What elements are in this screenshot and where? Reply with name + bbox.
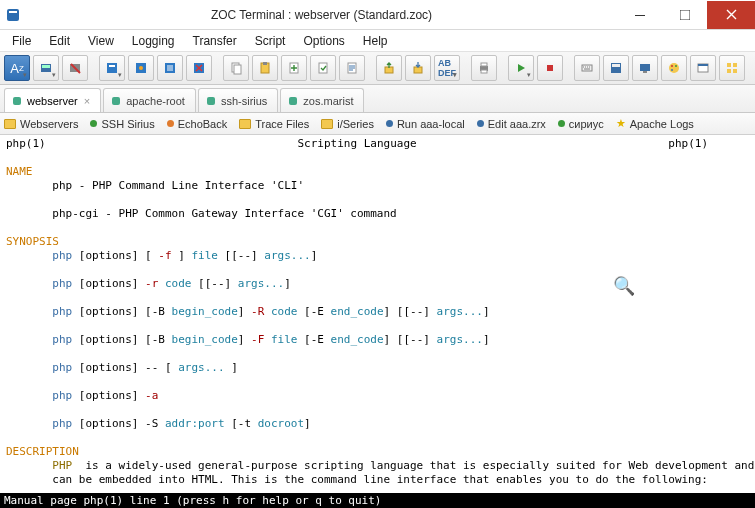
svg-rect-23 — [481, 63, 487, 66]
window-title: ZOC Terminal : webserver (Standard.zoc) — [26, 8, 617, 22]
star-icon: ★ — [616, 117, 626, 130]
svg-rect-1 — [9, 11, 17, 13]
svg-rect-2 — [635, 15, 645, 16]
tab-label: apache-root — [126, 95, 185, 107]
disconnect-icon[interactable] — [62, 55, 88, 81]
svg-rect-18 — [319, 63, 327, 73]
profile-icon[interactable] — [99, 55, 125, 81]
title-bar: ZOC Terminal : webserver (Standard.zoc) — [0, 0, 755, 30]
bookmark-apache-logs[interactable]: ★Apache Logs — [616, 117, 694, 130]
app-icon — [0, 0, 26, 30]
sort-icon[interactable]: AZ — [4, 55, 30, 81]
bookmark-bar: Webservers SSH Sirius EchoBack Trace Fil… — [0, 113, 755, 135]
dot-icon — [90, 120, 97, 127]
menu-bar: File Edit View Logging Transfer Script O… — [0, 30, 755, 51]
tab-webserver[interactable]: webserver × — [4, 88, 101, 112]
menu-logging[interactable]: Logging — [124, 32, 183, 50]
svg-point-34 — [671, 69, 673, 71]
log-file-icon[interactable] — [339, 55, 365, 81]
open-file-icon[interactable] — [310, 55, 336, 81]
new-file-icon[interactable] — [281, 55, 307, 81]
settings-icon[interactable] — [128, 55, 154, 81]
tab-label: ssh-sirius — [221, 95, 267, 107]
clear-icon[interactable] — [186, 55, 212, 81]
svg-rect-28 — [612, 64, 620, 67]
minimize-button[interactable] — [617, 1, 662, 29]
bookmark-webservers[interactable]: Webservers — [4, 118, 78, 130]
svg-rect-25 — [547, 65, 553, 71]
tab-ssh-sirius[interactable]: ssh-sirius — [198, 88, 278, 112]
run-script-icon[interactable] — [508, 55, 534, 81]
dot-icon — [558, 120, 565, 127]
bookmark-echoback[interactable]: EchoBack — [167, 118, 228, 130]
close-icon[interactable]: × — [84, 95, 90, 107]
folder-icon — [4, 119, 16, 129]
menu-script[interactable]: Script — [247, 32, 294, 50]
close-button[interactable] — [707, 1, 755, 29]
menu-options[interactable]: Options — [295, 32, 352, 50]
bookmark-edit-aaa-zrx[interactable]: Edit aaa.zrx — [477, 118, 546, 130]
svg-rect-37 — [727, 63, 731, 67]
bookmark-ssh-sirius[interactable]: SSH Sirius — [90, 118, 154, 130]
transfer-type-icon[interactable]: ABDEF — [434, 55, 460, 81]
svg-point-32 — [671, 65, 673, 67]
bookmark-trace-files[interactable]: Trace Files — [239, 118, 309, 130]
svg-rect-3 — [680, 10, 690, 20]
print-icon[interactable] — [471, 55, 497, 81]
menu-help[interactable]: Help — [355, 32, 396, 50]
dot-icon — [477, 120, 484, 127]
dot-icon — [386, 120, 393, 127]
display-icon[interactable] — [632, 55, 658, 81]
terminal-content: php(1) Scripting Language php(1) NAME ph… — [0, 135, 755, 508]
palette-icon[interactable] — [661, 55, 687, 81]
svg-rect-24 — [481, 70, 487, 73]
bookmark-run-aaa-local[interactable]: Run aaa-local — [386, 118, 465, 130]
svg-rect-40 — [733, 69, 737, 73]
tab-bar: webserver × apache-root ssh-sirius zos.m… — [0, 85, 755, 113]
svg-rect-5 — [42, 65, 50, 68]
terminal-pane[interactable]: php(1) Scripting Language php(1) NAME ph… — [0, 135, 755, 508]
svg-point-31 — [669, 63, 679, 73]
upload-icon[interactable] — [376, 55, 402, 81]
tab-zos-marist[interactable]: zos.marist — [280, 88, 364, 112]
tab-label: webserver — [27, 95, 78, 107]
folder-icon — [321, 119, 333, 129]
tab-label: zos.marist — [303, 95, 353, 107]
svg-rect-30 — [643, 71, 647, 73]
options-icon[interactable] — [157, 55, 183, 81]
maximize-button[interactable] — [662, 1, 707, 29]
svg-rect-26 — [582, 65, 592, 71]
toolbar: AZ ABDEF — [0, 51, 755, 85]
keyboard-icon[interactable] — [574, 55, 600, 81]
prefs-icon[interactable] — [603, 55, 629, 81]
man-status-line: Manual page php(1) line 1 (press h for h… — [0, 493, 755, 508]
tab-status-icon — [112, 97, 120, 105]
svg-point-10 — [139, 66, 143, 70]
connection-icon[interactable] — [33, 55, 59, 81]
menu-view[interactable]: View — [80, 32, 122, 50]
svg-point-33 — [675, 65, 677, 67]
window-icon[interactable] — [690, 55, 716, 81]
svg-rect-7 — [107, 63, 117, 73]
paste-icon[interactable] — [252, 55, 278, 81]
menu-transfer[interactable]: Transfer — [185, 32, 245, 50]
svg-rect-8 — [109, 65, 115, 67]
menu-file[interactable]: File — [4, 32, 39, 50]
copy-icon[interactable] — [223, 55, 249, 81]
layout-icon[interactable] — [719, 55, 745, 81]
svg-rect-39 — [727, 69, 731, 73]
tab-apache-root[interactable]: apache-root — [103, 88, 196, 112]
svg-rect-16 — [263, 62, 267, 65]
dot-icon — [167, 120, 174, 127]
folder-icon — [239, 119, 251, 129]
download-icon[interactable] — [405, 55, 431, 81]
svg-rect-29 — [640, 64, 650, 71]
tab-status-icon — [13, 97, 21, 105]
bookmark-sirius-ru[interactable]: сириус — [558, 118, 604, 130]
svg-rect-0 — [7, 9, 19, 21]
tab-status-icon — [207, 97, 215, 105]
svg-rect-14 — [234, 65, 241, 74]
menu-edit[interactable]: Edit — [41, 32, 78, 50]
bookmark-iseries[interactable]: i/Series — [321, 118, 374, 130]
stop-script-icon[interactable] — [537, 55, 563, 81]
